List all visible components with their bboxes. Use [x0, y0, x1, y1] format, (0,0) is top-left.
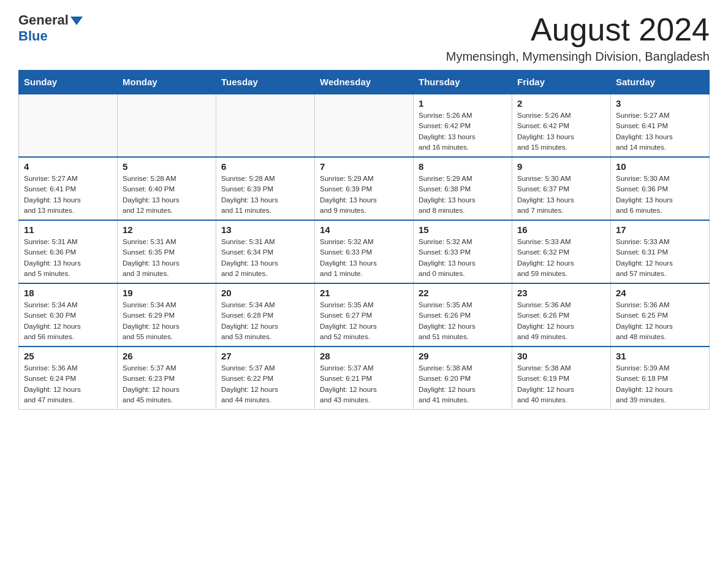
day-info: Sunrise: 5:27 AM Sunset: 6:41 PM Dayligh…	[24, 174, 112, 216]
day-number: 27	[221, 351, 309, 361]
day-info: Sunrise: 5:30 AM Sunset: 6:37 PM Dayligh…	[517, 174, 605, 216]
day-number: 29	[419, 351, 507, 361]
calendar-header-monday: Monday	[118, 71, 216, 94]
calendar-cell: 6Sunrise: 5:28 AM Sunset: 6:39 PM Daylig…	[216, 157, 315, 220]
calendar-week-row: 1Sunrise: 5:26 AM Sunset: 6:42 PM Daylig…	[19, 94, 710, 157]
calendar-header-wednesday: Wednesday	[315, 71, 414, 94]
day-number: 9	[517, 161, 605, 172]
day-info: Sunrise: 5:29 AM Sunset: 6:38 PM Dayligh…	[419, 174, 507, 216]
calendar-header-row: SundayMondayTuesdayWednesdayThursdayFrid…	[19, 71, 710, 94]
day-info: Sunrise: 5:26 AM Sunset: 6:42 PM Dayligh…	[517, 110, 605, 153]
calendar-header-friday: Friday	[512, 71, 611, 94]
calendar-cell: 28Sunrise: 5:37 AM Sunset: 6:21 PM Dayli…	[315, 347, 414, 410]
day-number: 13	[221, 224, 309, 235]
day-info: Sunrise: 5:32 AM Sunset: 6:33 PM Dayligh…	[419, 237, 507, 279]
day-number: 21	[320, 288, 408, 298]
calendar-header-thursday: Thursday	[414, 71, 512, 94]
day-number: 31	[616, 351, 704, 361]
calendar-cell: 13Sunrise: 5:31 AM Sunset: 6:34 PM Dayli…	[216, 220, 315, 283]
calendar-cell: 26Sunrise: 5:37 AM Sunset: 6:23 PM Dayli…	[118, 347, 216, 410]
day-number: 28	[320, 351, 408, 361]
day-info: Sunrise: 5:33 AM Sunset: 6:31 PM Dayligh…	[616, 237, 704, 279]
calendar-cell: 31Sunrise: 5:39 AM Sunset: 6:18 PM Dayli…	[611, 347, 710, 410]
calendar-cell: 22Sunrise: 5:35 AM Sunset: 6:26 PM Dayli…	[414, 283, 512, 347]
calendar-cell: 10Sunrise: 5:30 AM Sunset: 6:36 PM Dayli…	[611, 157, 710, 220]
day-number: 11	[24, 224, 112, 235]
calendar-cell: 23Sunrise: 5:36 AM Sunset: 6:26 PM Dayli…	[512, 283, 611, 347]
day-number: 20	[221, 288, 309, 298]
calendar-cell: 25Sunrise: 5:36 AM Sunset: 6:24 PM Dayli…	[19, 347, 118, 410]
day-number: 5	[123, 161, 211, 172]
calendar-cell: 8Sunrise: 5:29 AM Sunset: 6:38 PM Daylig…	[414, 157, 512, 220]
calendar-cell	[19, 94, 118, 157]
day-info: Sunrise: 5:37 AM Sunset: 6:22 PM Dayligh…	[221, 363, 309, 405]
calendar-cell	[315, 94, 414, 157]
calendar-cell: 30Sunrise: 5:38 AM Sunset: 6:19 PM Dayli…	[512, 347, 611, 410]
calendar-cell: 16Sunrise: 5:33 AM Sunset: 6:32 PM Dayli…	[512, 220, 611, 283]
day-number: 16	[517, 224, 605, 235]
page-header: General Blue August 2024 Mymensingh, Mym…	[18, 12, 710, 64]
day-info: Sunrise: 5:28 AM Sunset: 6:40 PM Dayligh…	[123, 174, 211, 216]
calendar-cell: 21Sunrise: 5:35 AM Sunset: 6:27 PM Dayli…	[315, 283, 414, 347]
calendar-cell: 15Sunrise: 5:32 AM Sunset: 6:33 PM Dayli…	[414, 220, 512, 283]
day-info: Sunrise: 5:38 AM Sunset: 6:20 PM Dayligh…	[419, 363, 507, 405]
calendar-cell: 18Sunrise: 5:34 AM Sunset: 6:30 PM Dayli…	[19, 283, 118, 347]
day-info: Sunrise: 5:28 AM Sunset: 6:39 PM Dayligh…	[221, 174, 309, 216]
day-info: Sunrise: 5:29 AM Sunset: 6:39 PM Dayligh…	[320, 174, 408, 216]
day-info: Sunrise: 5:37 AM Sunset: 6:23 PM Dayligh…	[123, 363, 211, 405]
day-info: Sunrise: 5:34 AM Sunset: 6:30 PM Dayligh…	[24, 300, 112, 342]
calendar-cell: 29Sunrise: 5:38 AM Sunset: 6:20 PM Dayli…	[414, 347, 512, 410]
calendar-cell: 1Sunrise: 5:26 AM Sunset: 6:42 PM Daylig…	[414, 94, 512, 157]
day-number: 7	[320, 161, 408, 172]
day-info: Sunrise: 5:36 AM Sunset: 6:24 PM Dayligh…	[24, 363, 112, 405]
day-info: Sunrise: 5:35 AM Sunset: 6:27 PM Dayligh…	[320, 300, 408, 342]
day-number: 30	[517, 351, 605, 361]
day-number: 1	[419, 98, 507, 109]
day-number: 19	[123, 288, 211, 298]
day-number: 3	[616, 98, 704, 109]
calendar-week-row: 11Sunrise: 5:31 AM Sunset: 6:36 PM Dayli…	[19, 220, 710, 283]
calendar-cell: 17Sunrise: 5:33 AM Sunset: 6:31 PM Dayli…	[611, 220, 710, 283]
logo-blue-text: Blue	[18, 28, 48, 44]
day-info: Sunrise: 5:38 AM Sunset: 6:19 PM Dayligh…	[517, 363, 605, 405]
day-number: 22	[419, 288, 507, 298]
day-number: 25	[24, 351, 112, 361]
calendar-cell: 11Sunrise: 5:31 AM Sunset: 6:36 PM Dayli…	[19, 220, 118, 283]
calendar-header-tuesday: Tuesday	[216, 71, 315, 94]
day-info: Sunrise: 5:34 AM Sunset: 6:28 PM Dayligh…	[221, 300, 309, 342]
calendar-cell	[216, 94, 315, 157]
calendar-cell: 9Sunrise: 5:30 AM Sunset: 6:37 PM Daylig…	[512, 157, 611, 220]
day-number: 26	[123, 351, 211, 361]
calendar-cell	[118, 94, 216, 157]
title-section: August 2024 Mymensingh, Mymensingh Divis…	[446, 12, 710, 64]
day-number: 6	[221, 161, 309, 172]
day-info: Sunrise: 5:39 AM Sunset: 6:18 PM Dayligh…	[616, 363, 704, 405]
day-number: 17	[616, 224, 704, 235]
day-info: Sunrise: 5:32 AM Sunset: 6:33 PM Dayligh…	[320, 237, 408, 279]
calendar-cell: 4Sunrise: 5:27 AM Sunset: 6:41 PM Daylig…	[19, 157, 118, 220]
day-number: 14	[320, 224, 408, 235]
day-number: 8	[419, 161, 507, 172]
page-title: August 2024	[446, 12, 710, 47]
logo-arrow-icon	[70, 17, 83, 25]
day-info: Sunrise: 5:34 AM Sunset: 6:29 PM Dayligh…	[123, 300, 211, 342]
day-number: 15	[419, 224, 507, 235]
calendar-cell: 19Sunrise: 5:34 AM Sunset: 6:29 PM Dayli…	[118, 283, 216, 347]
calendar-cell: 20Sunrise: 5:34 AM Sunset: 6:28 PM Dayli…	[216, 283, 315, 347]
calendar-cell: 5Sunrise: 5:28 AM Sunset: 6:40 PM Daylig…	[118, 157, 216, 220]
day-number: 2	[517, 98, 605, 109]
page-subtitle: Mymensingh, Mymensingh Division, Banglad…	[446, 50, 710, 64]
day-info: Sunrise: 5:35 AM Sunset: 6:26 PM Dayligh…	[419, 300, 507, 342]
day-info: Sunrise: 5:31 AM Sunset: 6:36 PM Dayligh…	[24, 237, 112, 279]
day-info: Sunrise: 5:30 AM Sunset: 6:36 PM Dayligh…	[616, 174, 704, 216]
day-number: 4	[24, 161, 112, 172]
day-number: 24	[616, 288, 704, 298]
calendar-cell: 14Sunrise: 5:32 AM Sunset: 6:33 PM Dayli…	[315, 220, 414, 283]
calendar-header-sunday: Sunday	[19, 71, 118, 94]
calendar-cell: 24Sunrise: 5:36 AM Sunset: 6:25 PM Dayli…	[611, 283, 710, 347]
day-info: Sunrise: 5:31 AM Sunset: 6:34 PM Dayligh…	[221, 237, 309, 279]
calendar-cell: 7Sunrise: 5:29 AM Sunset: 6:39 PM Daylig…	[315, 157, 414, 220]
day-number: 23	[517, 288, 605, 298]
calendar-week-row: 4Sunrise: 5:27 AM Sunset: 6:41 PM Daylig…	[19, 157, 710, 220]
day-info: Sunrise: 5:26 AM Sunset: 6:42 PM Dayligh…	[419, 110, 507, 153]
